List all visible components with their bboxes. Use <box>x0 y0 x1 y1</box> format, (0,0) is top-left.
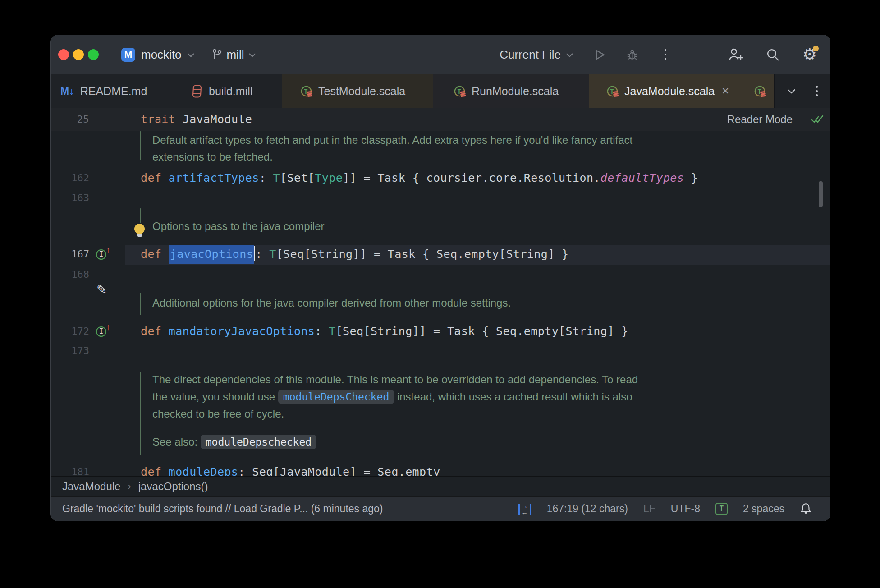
override-arrow-icon: ↑ <box>106 323 111 331</box>
scala-trait-icon: T <box>606 85 619 97</box>
project-widget[interactable]: M mockito <box>121 48 194 62</box>
line-content: Additional options for the java compiler… <box>152 297 511 309</box>
override-arrow-icon: ↑ <box>106 246 111 254</box>
breadcrumb-item-method[interactable]: javacOptions() <box>138 480 208 493</box>
doc-comment-line[interactable]: Default artifact types to fetch and put … <box>51 132 830 149</box>
code-segment: def <box>141 465 169 476</box>
line-content: extensions to be fetched. <box>152 151 273 163</box>
line-number: 173 <box>51 341 89 361</box>
line-content: Default artifact types to fetch and put … <box>152 134 632 146</box>
git-branch-widget[interactable]: mill <box>211 48 256 62</box>
tab-build-mill[interactable]: build.mill <box>177 74 282 108</box>
doc-comment-line[interactable]: the value, you should use moduleDepsChec… <box>51 388 830 405</box>
close-window-button[interactable] <box>58 49 69 60</box>
code-line[interactable]: 172def mandatoryJavacOptions: T[Seq[Stri… <box>51 322 830 341</box>
double-check-icon[interactable] <box>811 115 824 124</box>
more-vertical-icon <box>662 49 669 60</box>
sticky-code-segment: trait <box>141 113 183 126</box>
code-line[interactable]: 167def javacOptions: T[Seq[String]] = Ta… <box>51 244 830 264</box>
tab-label: RunModule.scala <box>472 85 559 98</box>
doc-comment-line[interactable]: checked to be free of cycle. <box>51 405 830 423</box>
breadcrumb-item-class[interactable]: JavaModule <box>62 480 120 493</box>
code-segment: T <box>329 325 335 338</box>
implemented-gutter-icon[interactable]: I↑ <box>96 326 106 337</box>
code-segment: [Set[ <box>280 171 315 184</box>
code-line[interactable]: 163 <box>51 188 830 208</box>
mill-build-file-icon <box>192 84 203 98</box>
code-segment: T <box>269 248 276 261</box>
tab-javamodule-scala[interactable]: TJavaModule.scala✕ <box>589 74 746 108</box>
line-separator-widget[interactable]: LF <box>643 503 655 515</box>
doc-comment-line[interactable]: Additional options for the java compiler… <box>51 294 830 312</box>
code-segment: moduleDepsChecked <box>278 390 394 404</box>
more-options-button[interactable] <box>658 47 673 62</box>
reader-mode-banner: Reader Mode <box>727 108 824 131</box>
search-everywhere-button[interactable] <box>765 47 780 62</box>
line-content: the value, you should use moduleDepsChec… <box>152 390 632 403</box>
indent-widget[interactable]: 2 spaces <box>743 503 784 515</box>
tab-partial-scala[interactable]: T <box>746 74 774 108</box>
debug-button[interactable] <box>624 47 640 62</box>
line-content: See also: moduleDepschecked <box>152 436 316 448</box>
translation-plugin-badge[interactable]: T <box>715 503 728 515</box>
sticky-code-segment: JavaModule <box>183 113 252 126</box>
code-line[interactable]: 168 <box>51 265 830 285</box>
minimize-window-button[interactable] <box>73 49 84 60</box>
status-message[interactable]: Gradle 'mockito' build scripts found // … <box>62 503 383 515</box>
scala-trait-icon: T <box>454 85 466 97</box>
run-configuration-selector[interactable]: Current File <box>500 48 573 62</box>
code-segment: } <box>684 171 698 184</box>
code-segment: def <box>141 248 169 261</box>
markdown-icon: M↓ <box>60 85 74 97</box>
notifications-bell-icon[interactable] <box>800 502 812 515</box>
code-segment: mandatoryJavacOptions <box>169 325 315 338</box>
tabs-more-vertical-icon[interactable] <box>814 86 820 96</box>
selected-identifier: javacOptions <box>169 245 254 264</box>
line-content: def javacOptions: T[Seq[String]] = Task … <box>141 248 569 261</box>
git-branch-name: mill <box>227 48 244 62</box>
code-segment: : Seq[JavaModule] = Seq.empty <box>238 465 440 476</box>
close-tab-icon[interactable]: ✕ <box>721 86 729 96</box>
line-content: def artifactTypes: T[Set[Type]] = Task {… <box>141 171 698 184</box>
code-segment: : <box>315 325 329 338</box>
reader-mode-label: Reader Mode <box>727 113 793 126</box>
run-button[interactable] <box>592 47 607 62</box>
code-line[interactable]: 162def artifactTypes: T[Set[Type]] = Tas… <box>51 168 830 188</box>
tab-label: JavaModule.scala <box>624 85 715 98</box>
caret-position-widget[interactable]: 167:19 (12 chars) <box>547 503 628 515</box>
line-content: def moduleDeps: Seq[JavaModule] = Seq.em… <box>141 465 440 476</box>
doc-comment-line[interactable]: Options to pass to the java compiler <box>51 218 830 235</box>
tab-testmodule-scala[interactable]: TTestModule.scala <box>282 74 433 108</box>
zoom-window-button[interactable] <box>88 49 99 60</box>
tab-runmodule-scala[interactable]: TRunModule.scala <box>433 74 589 108</box>
code-segment: Additional options for the java compiler… <box>152 297 511 309</box>
encoding-widget[interactable]: UTF-8 <box>671 503 700 515</box>
doc-comment-line[interactable]: See also: moduleDepschecked <box>51 433 830 450</box>
code-editor[interactable]: ✎ Default artifact types to fetch and pu… <box>51 131 830 476</box>
doc-comment-line[interactable]: The direct dependencies of this module. … <box>51 371 830 388</box>
code-segment: [Seq[String]] = Task { Seq.empty[String]… <box>276 248 569 261</box>
code-segment: [Seq[String]] = Task { Seq.empty[String]… <box>336 325 628 338</box>
tab-label: build.mill <box>209 85 252 98</box>
editor-tab-bar: M↓README.mdbuild.millTTestModule.scalaTR… <box>51 74 830 108</box>
chevron-down-icon <box>188 53 194 57</box>
title-bar-actions: Current File <box>500 47 817 62</box>
status-bar: Gradle 'mockito' build scripts found // … <box>51 496 830 521</box>
code-segment: T <box>273 171 280 184</box>
chevron-down-icon <box>249 53 256 57</box>
indent-sync-icon[interactable]: →← <box>518 502 532 516</box>
implemented-gutter-icon[interactable]: I↑ <box>96 249 106 260</box>
breadcrumb: JavaModule › javacOptions() <box>51 476 830 496</box>
line-number: 172 <box>51 322 89 341</box>
code-with-me-button[interactable] <box>728 47 743 62</box>
code-line[interactable]: 173 <box>51 341 830 361</box>
title-bar: M mockito mill Current File <box>51 35 830 74</box>
tabs-chevron-down-icon[interactable] <box>787 89 796 94</box>
code-line[interactable]: 181def moduleDeps: Seq[JavaModule] = Seq… <box>51 462 830 476</box>
settings-button[interactable]: ⚙︎ <box>802 47 817 62</box>
line-number: 163 <box>51 188 89 208</box>
doc-comment-line[interactable]: extensions to be fetched. <box>51 148 830 165</box>
line-number: 167 <box>51 244 89 264</box>
tab-bar-controls <box>774 74 830 108</box>
tab-readme-md[interactable]: M↓README.md <box>51 74 177 108</box>
